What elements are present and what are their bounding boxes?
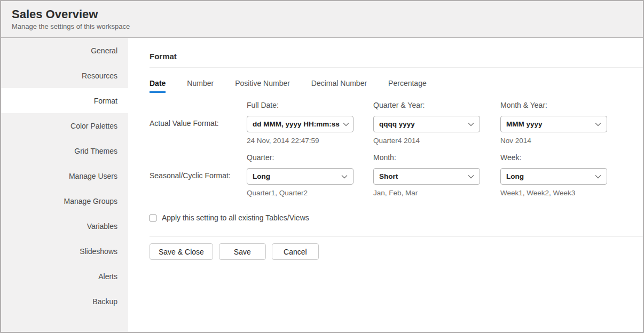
month-select-value: Short (379, 172, 398, 180)
save-and-close-button[interactable]: Save & Close (150, 243, 213, 260)
actual-value-format-label: Actual Value Format: (150, 101, 247, 128)
sidebar-item-variables[interactable]: Variables (1, 213, 128, 239)
quarter-year-label: Quarter & Year: (373, 101, 500, 112)
month-year-field: Month & Year: MMM yyyy Nov 2014 (500, 101, 607, 145)
chevron-down-icon (595, 175, 601, 179)
quarter-label: Quarter: (247, 153, 373, 164)
chevron-down-icon (343, 122, 349, 126)
month-example: Jan, Feb, Mar (373, 189, 500, 197)
quarter-example: Quarter1, Quarter2 (247, 189, 373, 197)
apply-all-checkbox[interactable] (150, 215, 156, 221)
sidebar-item-manage-users[interactable]: Manage Users (1, 163, 128, 188)
full-date-example: 24 Nov, 2014 22:47:59 (247, 137, 373, 145)
title-divider (150, 67, 643, 68)
month-field: Month: Short Jan, Feb, Mar (373, 153, 500, 197)
week-select-value: Long (506, 172, 524, 180)
settings-sidebar: General Resources Format Color Palettes … (1, 38, 128, 332)
tab-number[interactable]: Number (187, 79, 214, 93)
month-select[interactable]: Short (373, 168, 480, 185)
sidebar-item-format[interactable]: Format (1, 88, 128, 113)
sidebar-item-general[interactable]: General (1, 38, 128, 63)
sidebar-item-grid-themes[interactable]: Grid Themes (1, 138, 128, 163)
format-tabs: Date Number Positive Number Decimal Numb… (150, 79, 643, 93)
format-panel: Format Date Number Positive Number Decim… (128, 38, 643, 332)
footer-divider (150, 236, 643, 237)
quarter-field: Quarter: Long Quarter1, Quarter2 (247, 153, 373, 197)
full-date-field: Full Date: dd MMM, yyyy HH:mm:ss 24 Nov,… (247, 101, 373, 145)
settings-body: General Resources Format Color Palettes … (1, 38, 643, 332)
workspace-header: Sales Overview Manage the settings of th… (1, 1, 643, 38)
chevron-down-icon (468, 122, 474, 126)
footer-buttons: Save & Close Save Cancel (150, 243, 643, 260)
sidebar-item-backup[interactable]: Backup (1, 289, 128, 314)
quarter-year-select-value: qqqq yyyy (379, 120, 415, 128)
month-year-example: Nov 2014 (500, 137, 607, 145)
page-subtitle: Manage the settings of this workspace (12, 22, 632, 30)
quarter-select[interactable]: Long (247, 168, 354, 185)
sidebar-item-color-palettes[interactable]: Color Palettes (1, 113, 128, 138)
quarter-year-field: Quarter & Year: qqqq yyyy Quarter4 2014 (373, 101, 500, 145)
sidebar-item-alerts[interactable]: Alerts (1, 264, 128, 289)
month-year-select[interactable]: MMM yyyy (500, 116, 607, 132)
month-year-select-value: MMM yyyy (506, 120, 543, 128)
chevron-down-icon (595, 122, 601, 126)
tab-percentage[interactable]: Percentage (388, 79, 427, 93)
quarter-year-example: Quarter4 2014 (373, 137, 500, 145)
quarter-select-value: Long (253, 172, 270, 180)
apply-all-label: Apply this setting to all existing Table… (162, 213, 309, 222)
sidebar-item-resources[interactable]: Resources (1, 63, 128, 88)
month-year-label: Month & Year: (500, 101, 607, 112)
page-title: Sales Overview (12, 7, 632, 21)
week-label: Week: (500, 153, 607, 164)
quarter-year-select[interactable]: qqqq yyyy (373, 116, 480, 132)
week-select[interactable]: Long (500, 168, 607, 185)
sidebar-item-manage-groups[interactable]: Manage Groups (1, 188, 128, 213)
save-button[interactable]: Save (219, 243, 266, 260)
full-date-label: Full Date: (247, 101, 373, 112)
week-example: Week1, Week2, Week3 (500, 189, 607, 197)
month-label: Month: (373, 153, 500, 164)
chevron-down-icon (341, 175, 348, 179)
tab-decimal-number[interactable]: Decimal Number (311, 79, 367, 93)
tab-date[interactable]: Date (150, 79, 166, 93)
apply-all-row: Apply this setting to all existing Table… (150, 213, 309, 222)
workspace-settings-page: Sales Overview Manage the settings of th… (0, 0, 644, 333)
full-date-select[interactable]: dd MMM, yyyy HH:mm:ss (247, 116, 354, 132)
section-title: Format (150, 38, 643, 61)
full-date-select-value: dd MMM, yyyy HH:mm:ss (253, 120, 340, 128)
tab-positive-number[interactable]: Positive Number (235, 79, 290, 93)
cancel-button[interactable]: Cancel (272, 243, 319, 260)
week-field: Week: Long Week1, Week2, Week3 (500, 153, 607, 197)
sidebar-item-slideshows[interactable]: Slideshows (1, 239, 128, 264)
chevron-down-icon (468, 175, 474, 179)
date-format-form: Actual Value Format: Full Date: dd MMM, … (150, 101, 643, 197)
seasonal-cyclic-format-label: Seasonal/Cyclic Format: (150, 153, 247, 180)
